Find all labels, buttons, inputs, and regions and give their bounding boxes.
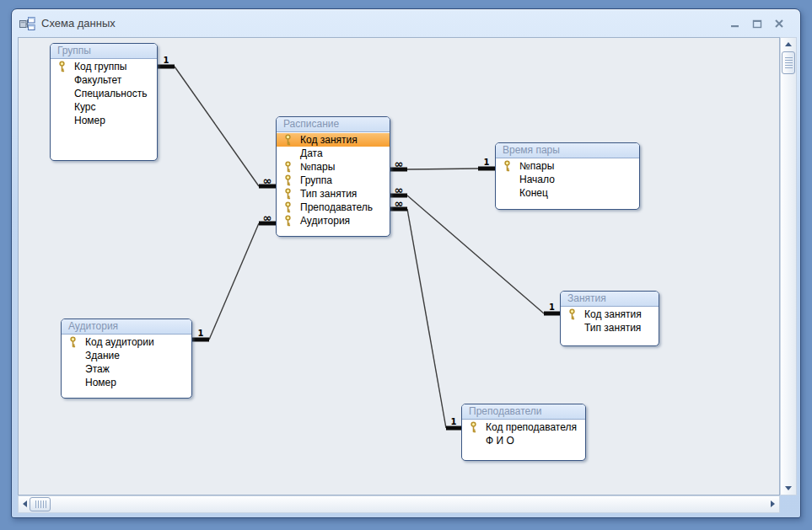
table-box[interactable]: РасписаниеКод занятияДата№парыГруппаТип … <box>276 116 390 237</box>
table-header[interactable]: Время пары <box>496 143 639 158</box>
cardinality-label: ∞ <box>395 197 404 210</box>
field-row[interactable]: Код занятия <box>277 133 390 147</box>
field-row[interactable]: Преподаватель <box>277 201 390 214</box>
table-header[interactable]: Расписание <box>277 117 390 132</box>
field-row[interactable]: Здание <box>62 349 191 362</box>
table-field-list: Код преподавателяФ И О <box>462 420 585 447</box>
left-arrow-icon <box>23 501 27 507</box>
table-field-list: №парыНачалоКонец <box>496 158 639 200</box>
cardinality-label: 1 <box>484 158 490 167</box>
field-row[interactable]: Этаж <box>62 362 191 376</box>
cardinality-label: ∞ <box>263 211 272 224</box>
primary-key-icon <box>283 134 293 146</box>
table-header[interactable]: Аудитория <box>62 319 191 335</box>
maximize-button[interactable] <box>751 18 763 29</box>
table-box[interactable]: ЗанятияКод занятияТип занятия <box>560 291 659 346</box>
close-button[interactable] <box>773 18 785 29</box>
field-row[interactable]: Группа <box>277 174 390 187</box>
field-label: Начало <box>519 174 555 185</box>
field-label: Группа <box>300 174 332 186</box>
table-header[interactable]: Занятия <box>561 292 659 307</box>
horizontal-scrollbar-thumb[interactable] <box>30 497 51 511</box>
field-label: Код группы <box>74 61 126 72</box>
field-row[interactable]: Номер <box>62 376 191 389</box>
field-row[interactable]: Тип занятия <box>561 321 659 335</box>
table-box[interactable]: ГруппыКод группыФакультетСпециальностьКу… <box>50 43 158 161</box>
right-arrow-icon <box>771 501 775 507</box>
cardinality-label: ∞ <box>395 184 404 196</box>
field-row[interactable]: Специальность <box>51 87 157 100</box>
field-row[interactable]: Конец <box>496 186 639 200</box>
cardinality-label: ∞ <box>263 174 272 187</box>
vertical-scrollbar[interactable] <box>780 37 797 495</box>
scroll-right-button[interactable] <box>764 496 779 511</box>
primary-key-icon <box>283 188 293 200</box>
field-row[interactable]: Начало <box>496 173 639 186</box>
field-row[interactable]: Код занятия <box>561 308 659 321</box>
diagram-canvas[interactable]: 1∞1∞1∞1∞1∞ ГруппыКод группыФакультетСпец… <box>18 37 780 495</box>
field-label: Номер <box>85 377 116 388</box>
field-label: Преподаватель <box>300 201 373 213</box>
cardinality-label: 1 <box>549 302 555 312</box>
field-row[interactable]: №пары <box>496 159 639 173</box>
field-row[interactable]: Код аудитории <box>62 335 191 349</box>
field-row[interactable]: Дата <box>277 147 390 160</box>
field-label: Курс <box>74 101 96 113</box>
scroll-down-button[interactable] <box>781 479 796 495</box>
primary-key-icon <box>57 61 67 72</box>
table-box[interactable]: Время пары№парыНачалоКонец <box>495 142 640 210</box>
relationship-line[interactable] <box>407 195 544 313</box>
primary-key-icon <box>469 421 478 433</box>
field-label: Ф И О <box>486 435 514 447</box>
field-label: Специальность <box>74 88 147 99</box>
field-row[interactable]: №пары <box>277 160 390 174</box>
cardinality-label: ∞ <box>395 158 404 170</box>
field-row[interactable]: Код преподавателя <box>462 420 585 434</box>
table-field-list: Код занятияТип занятия <box>561 307 659 335</box>
horizontal-scrollbar[interactable] <box>18 495 780 513</box>
relationship-line[interactable] <box>175 67 259 186</box>
field-label: №пары <box>519 160 554 172</box>
table-field-list: Код занятияДата№парыГруппаТип занятияПре… <box>277 132 390 228</box>
table-box[interactable]: АудиторияКод аудиторииЗданиеЭтажНомер <box>61 319 192 399</box>
window-title: Схема данных <box>41 17 116 29</box>
field-label: Конец <box>519 187 548 199</box>
table-header[interactable]: Преподаватели <box>462 404 585 420</box>
field-label: Код преподавателя <box>486 421 577 433</box>
table-box[interactable]: ПреподавателиКод преподавателяФ И О <box>461 404 586 461</box>
cardinality-label: 1 <box>164 56 169 65</box>
cardinality-label: 1 <box>451 417 457 426</box>
relationship-line[interactable] <box>209 223 259 340</box>
primary-key-icon <box>283 215 293 227</box>
minimize-button[interactable] <box>729 18 741 29</box>
window-titlebar[interactable]: Схема данных <box>12 9 800 37</box>
field-row[interactable]: Аудитория <box>277 214 390 228</box>
field-row[interactable]: Код группы <box>51 60 157 73</box>
relationships-icon <box>19 17 35 30</box>
relationship-line[interactable] <box>407 209 446 428</box>
relationships-window: Схема данных 1∞1∞1∞1∞1∞ ГруппыКод группы… <box>11 8 801 518</box>
table-header[interactable]: Группы <box>51 44 157 59</box>
field-row[interactable]: Факультет <box>51 73 157 87</box>
field-row[interactable]: Тип занятия <box>277 187 390 201</box>
primary-key-icon <box>503 160 512 172</box>
relationship-line[interactable] <box>407 169 478 169</box>
table-field-list: Код аудиторииЗданиеЭтажНомер <box>62 335 191 389</box>
field-label: Тип занятия <box>584 322 641 334</box>
field-row[interactable]: Ф И О <box>462 434 585 447</box>
field-row[interactable]: Номер <box>51 114 157 127</box>
field-label: Дата <box>300 147 323 159</box>
window-controls <box>729 18 785 29</box>
primary-key-icon <box>283 161 293 173</box>
field-label: Этаж <box>85 363 110 375</box>
vertical-scrollbar-thumb[interactable] <box>782 51 795 74</box>
field-label: Факультет <box>74 74 121 86</box>
desktop: { "window": { "title": "Схема данных", "… <box>0 0 812 530</box>
primary-key-icon <box>567 308 577 320</box>
field-label: №пары <box>300 161 335 173</box>
primary-key-icon <box>283 174 293 186</box>
field-row[interactable]: Курс <box>51 100 157 114</box>
field-label: Тип занятия <box>300 188 357 200</box>
field-label: Здание <box>85 350 120 361</box>
field-label: Аудитория <box>300 215 350 227</box>
